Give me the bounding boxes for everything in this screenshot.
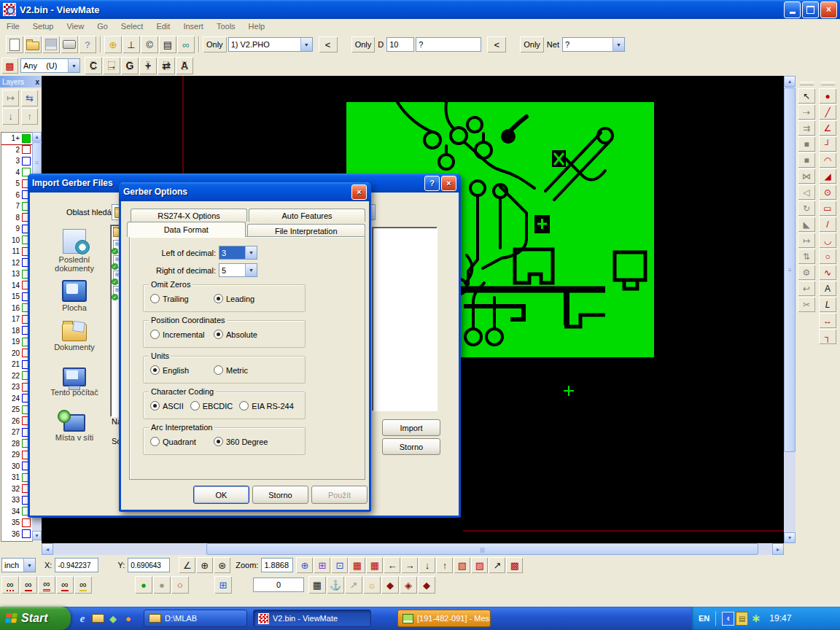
layer-row[interactable]: 1+ — [1, 133, 32, 144]
menu-item[interactable]: Insert — [176, 20, 210, 32]
tool-button[interactable]: ◣ — [798, 217, 815, 232]
tool-button[interactable]: ↻ — [798, 201, 815, 216]
tool-button[interactable]: ○ — [819, 249, 836, 264]
layer-color-swatch[interactable] — [22, 518, 31, 527]
quick-launch-icon[interactable]: ● — [122, 612, 135, 625]
status-tool-button[interactable]: ▧ — [454, 557, 470, 573]
status-tool-button[interactable]: ▩ — [506, 557, 523, 573]
radio-option[interactable]: Incremental — [150, 330, 214, 339]
places-bar-item[interactable]: Poslední dokumenty — [41, 229, 108, 273]
view-mode-button[interactable]: ∞ — [1, 576, 19, 594]
lamp-button[interactable]: ○ — [171, 576, 189, 594]
dialog-tab[interactable]: Auto Features — [249, 209, 365, 222]
radio-option[interactable]: EBCDIC — [190, 401, 233, 411]
minimize-button[interactable] — [784, 1, 801, 18]
radio-icon[interactable] — [214, 294, 223, 303]
start-button[interactable]: Start — [0, 607, 71, 630]
tool-button[interactable]: ┐ — [819, 329, 836, 344]
status-tool-button[interactable]: ⊡ — [331, 557, 348, 573]
chevron-down-icon[interactable]: ▼ — [245, 264, 257, 276]
tray-icon[interactable]: ∗ — [750, 612, 762, 625]
toolbar-button[interactable]: + — [139, 57, 157, 74]
canvas-vscrollbar[interactable]: ▴ ≡ ▾ — [784, 76, 796, 543]
units-combo[interactable]: inch ▼ — [1, 558, 36, 572]
tool-button[interactable]: ■ — [798, 152, 815, 168]
toolbar-button[interactable]: → — [103, 57, 120, 74]
quick-launch-icon[interactable]: ◆ — [106, 612, 120, 625]
menu-item[interactable]: Select — [114, 20, 150, 32]
tool-button[interactable]: ◢ — [819, 168, 836, 184]
tool-button[interactable]: ⚙ — [798, 265, 815, 280]
status-tool-button[interactable]: ▦ — [308, 576, 326, 594]
toolbar-button[interactable] — [61, 36, 78, 53]
toolbar-button[interactable] — [42, 36, 60, 53]
tool-button[interactable]: A — [819, 281, 836, 296]
lamp-button[interactable]: ● — [153, 576, 171, 594]
view-mode-button[interactable]: ∞ — [56, 576, 74, 594]
layers-tool-button[interactable]: ↓ — [2, 108, 19, 125]
canvas-hscrollbar[interactable]: ◂ ||| ▸ — [42, 543, 784, 555]
dcode-query-input[interactable]: ? — [416, 37, 481, 52]
status-tool-button[interactable]: ◈ — [400, 576, 417, 594]
radio-icon[interactable] — [214, 365, 223, 375]
tool-button[interactable]: ↩ — [798, 281, 815, 296]
tool-button[interactable]: ▭ — [819, 201, 836, 216]
menu-item[interactable]: Setup — [26, 20, 61, 32]
layer-color-swatch[interactable] — [22, 157, 31, 166]
tool-button[interactable]: ◁ — [798, 184, 815, 200]
radio-option[interactable]: 360 Degree — [214, 437, 277, 446]
radio-option[interactable]: EIA RS-244 — [239, 401, 293, 411]
toolbar-button[interactable]: ⇄ — [158, 57, 175, 74]
scroll-right-icon[interactable]: ▸ — [772, 543, 784, 555]
tool-button[interactable]: ◡ — [819, 233, 836, 248]
toolbar-button[interactable]: © — [141, 36, 158, 53]
toolbar-button[interactable]: ▤ — [159, 36, 176, 53]
restore-button[interactable] — [802, 1, 819, 18]
scroll-up-icon[interactable]: ▴ — [32, 132, 42, 141]
tool-button[interactable]: ■ — [798, 136, 815, 152]
view-mode-button[interactable]: ∞ — [74, 576, 92, 594]
cancel-button[interactable]: Storno — [382, 438, 440, 455]
help-button[interactable]: ? — [424, 176, 440, 191]
status-tool-button[interactable]: ⊛ — [214, 557, 230, 573]
tool-button[interactable]: ╱ — [819, 104, 836, 120]
tool-button[interactable]: ⋈ — [798, 168, 815, 184]
quick-launch-icon[interactable] — [91, 612, 104, 625]
menu-item[interactable]: Edit — [149, 20, 176, 32]
quick-launch-icon[interactable]: e — [76, 612, 89, 625]
layer-combo[interactable]: 1) V2.PHO ▼ — [228, 37, 313, 52]
chevron-down-icon[interactable]: ▼ — [245, 246, 257, 259]
tool-button[interactable]: ∿ — [819, 265, 836, 280]
tool-button[interactable]: ◠ — [819, 152, 836, 168]
scroll-up-icon[interactable]: ▴ — [784, 76, 796, 87]
radio-icon[interactable] — [150, 330, 160, 339]
status-tool-button[interactable]: ⊞ — [314, 557, 330, 573]
scroll-left-icon[interactable]: ◂ — [42, 543, 53, 555]
chevron-down-icon[interactable]: ▼ — [23, 559, 35, 572]
status-tool-button[interactable]: ↑ — [436, 557, 453, 573]
close-button[interactable]: × — [441, 176, 456, 191]
status-tool-button[interactable]: ◆ — [381, 576, 399, 594]
toolbar-button[interactable]: A — [176, 57, 193, 74]
scroll-down-icon[interactable]: ▾ — [784, 532, 796, 543]
status-tool-button[interactable]: ⊕ — [296, 557, 313, 573]
places-bar-item[interactable]: Dokumenty — [41, 324, 108, 351]
status-tool-button[interactable]: ⊕ — [196, 557, 213, 573]
left-of-decimal-combo[interactable]: 3 ▼ — [219, 246, 257, 260]
status-tool-button[interactable]: ↓ — [419, 557, 435, 573]
only-dcode-button[interactable]: Only — [351, 36, 376, 52]
tool-button[interactable]: ↖ — [798, 88, 815, 104]
window-panes-icon[interactable]: ⊞ — [214, 576, 232, 594]
radio-option[interactable]: ASCII — [150, 401, 184, 411]
status-tool-button[interactable]: ▦ — [366, 557, 383, 573]
menu-item[interactable]: Go — [90, 20, 114, 32]
selection-grid-icon[interactable]: ▩ — [1, 58, 18, 74]
radio-icon[interactable] — [150, 437, 160, 446]
layer-row[interactable]: 35 — [1, 517, 32, 529]
net-combo[interactable]: ? ▼ — [562, 37, 625, 52]
status-tool-button[interactable]: ← — [384, 557, 400, 573]
menu-item[interactable]: View — [60, 20, 90, 32]
layer-row[interactable]: 2 — [1, 144, 32, 156]
radio-icon[interactable] — [214, 330, 223, 339]
radio-icon[interactable] — [150, 401, 160, 411]
